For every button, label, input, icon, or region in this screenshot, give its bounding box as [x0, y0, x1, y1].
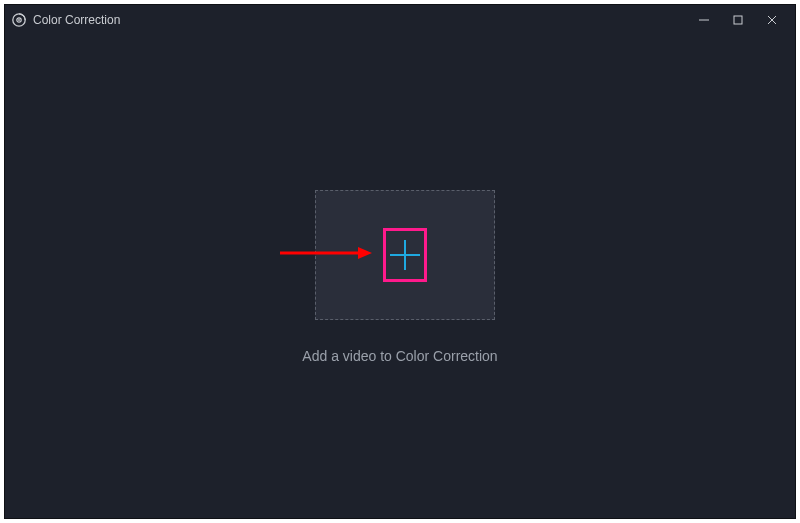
add-video-dropzone[interactable] — [315, 190, 495, 320]
svg-point-2 — [18, 19, 20, 21]
titlebar: Color Correction — [5, 5, 795, 35]
app-window: Color Correction — [4, 4, 796, 519]
close-button[interactable] — [755, 5, 789, 35]
maximize-button[interactable] — [721, 5, 755, 35]
svg-rect-4 — [734, 16, 742, 24]
dropzone-hint: Add a video to Color Correction — [5, 348, 795, 364]
plus-icon — [387, 237, 423, 273]
window-controls — [687, 5, 789, 35]
content-area: Add a video to Color Correction — [5, 35, 795, 518]
app-logo-icon — [11, 12, 27, 28]
add-video-button[interactable] — [383, 228, 427, 282]
titlebar-left: Color Correction — [11, 12, 120, 28]
minimize-button[interactable] — [687, 5, 721, 35]
window-title: Color Correction — [33, 13, 120, 27]
